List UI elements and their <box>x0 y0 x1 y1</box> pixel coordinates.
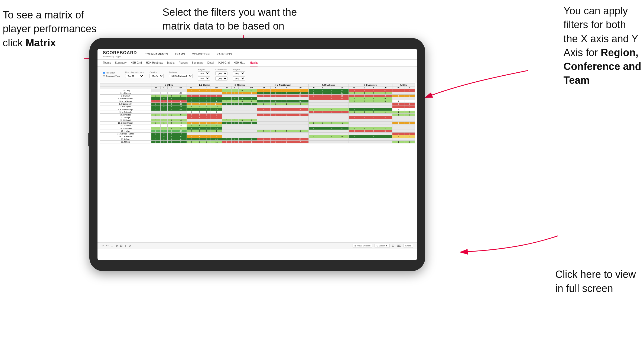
data-cell: 1 <box>239 92 246 95</box>
data-cell: 0 <box>369 111 378 114</box>
data-cell: 1 <box>319 111 327 114</box>
region-x-select[interactable]: N/A <box>198 71 210 75</box>
data-cell: 3 <box>196 141 203 143</box>
tab-detail[interactable]: Detail <box>207 60 214 66</box>
data-cell: 0 <box>360 108 369 111</box>
player-name-cell: 14. J Lundin <box>100 124 151 127</box>
watch-btn[interactable]: ⊙ Watch ▼ <box>375 244 390 248</box>
data-cell: 0 <box>327 89 335 92</box>
data-cell: 0 <box>327 95 335 97</box>
col-header-6: 6. C Lamprecht <box>349 84 392 86</box>
data-cell: 0 <box>175 114 187 116</box>
data-cell: 0 <box>327 92 335 95</box>
toolbar-left: ↩ ↪ ⌄ ⊗ ⊞ + ⊙ <box>102 244 131 248</box>
data-cell: 1 <box>369 135 378 138</box>
sh-dif2: Dif <box>210 86 222 89</box>
tab-h2h-heatmap[interactable]: H2H Heatmap <box>146 60 163 66</box>
data-cell: 0 <box>203 124 210 127</box>
sh-dif6: Dif <box>378 86 392 89</box>
data-cell: 3 <box>231 92 239 95</box>
empty-cell <box>257 135 308 138</box>
tab-matrix[interactable]: Matrix <box>167 60 174 66</box>
players-x-select[interactable]: (All) <box>233 71 245 75</box>
toolbar-right: ⊞ View: Original ⊙ Watch ▼ ⊡ ⊞⊡ Share <box>353 244 413 248</box>
empty-cell <box>392 138 415 141</box>
empty-cell <box>308 100 349 103</box>
data-cell: -11 <box>210 141 222 143</box>
logo-text: SCOREBOARD <box>103 50 137 55</box>
tab-h2h-grid2[interactable]: H2H Grid <box>218 60 230 66</box>
table-row: 13. J Skov Olesen110-3121-191001220-113 <box>100 122 415 124</box>
data-cell: 0 <box>175 141 187 143</box>
data-cell: 4 <box>210 130 222 133</box>
tab-h2h-he[interactable]: H2H He... <box>234 60 246 66</box>
data-cell: 0 <box>327 127 335 130</box>
data-cell: 0 <box>168 130 175 133</box>
data-cell: 1 <box>271 95 281 97</box>
tab-h2h-grid[interactable]: H2H Grid <box>131 60 142 66</box>
empty-cell <box>257 119 308 122</box>
view-original-btn[interactable]: ⊞ View: Original <box>353 244 372 248</box>
max-players-select[interactable]: Top 25 <box>125 74 144 78</box>
empty-cell <box>222 124 257 127</box>
data-cell: 3 <box>187 141 196 143</box>
empty-cell <box>222 108 257 111</box>
nav-rankings[interactable]: RANKINGS <box>216 52 232 56</box>
conference-x-select[interactable]: (All) <box>215 71 227 75</box>
data-cell: 1 <box>405 103 415 105</box>
tab-summary1[interactable]: Summary <box>115 60 126 66</box>
full-view-radio[interactable] <box>103 72 105 74</box>
nav-committee[interactable]: COMMITTEE <box>192 52 210 56</box>
fullscreen-icon[interactable]: ⊞⊡ <box>396 244 401 248</box>
data-cell: 0 <box>281 100 292 103</box>
tab-summary2[interactable]: Summary <box>192 60 203 66</box>
region-y-select[interactable]: N/A <box>198 76 210 81</box>
table-row: 10. B Valdes111001010101111 <box>100 114 415 116</box>
data-cell: 2 <box>405 89 415 92</box>
view-icon[interactable]: ⊡ <box>392 244 394 248</box>
table-row: 3. J Koivun110201020101304011010312 <box>100 95 415 97</box>
data-cell: 1 <box>271 103 281 105</box>
division-select[interactable]: NCAA Division I <box>169 74 193 78</box>
data-cell: 6 <box>292 103 308 105</box>
data-cell: 1 <box>246 122 257 124</box>
sh-l3: L <box>231 86 239 89</box>
data-cell: 4 <box>196 103 203 105</box>
players-y-select[interactable]: (All) <box>233 76 245 81</box>
grid-icon[interactable]: ⊞ <box>120 244 122 248</box>
player-name-cell: 8. P Summerhays <box>100 108 151 111</box>
data-cell: 1 <box>378 108 392 111</box>
table-row: 7. G Sargent200-16220-1503 <box>100 105 415 108</box>
share-btn[interactable]: Share <box>404 244 413 248</box>
player-name-cell: 3. J Koivun <box>100 95 151 97</box>
table-row: 8. P Summerhays512-48200-160100110110112 <box>100 108 415 111</box>
data-cell: 0 <box>160 133 168 135</box>
plus-icon[interactable]: + <box>125 244 126 248</box>
data-cell: 0 <box>196 97 203 100</box>
conference-y-select[interactable]: (All) <box>215 76 227 81</box>
empty-cell <box>257 124 308 127</box>
data-cell: 6 <box>175 100 187 103</box>
tab-teams[interactable]: Teams <box>103 60 111 66</box>
data-cell: 1 <box>392 100 405 103</box>
data-cell: 3 <box>405 105 415 108</box>
data-cell: -25 <box>175 130 187 133</box>
data-cell: 0 <box>160 138 168 141</box>
data-cell: 1 <box>360 89 369 92</box>
settings-icon[interactable]: ⊙ <box>128 244 131 248</box>
nav-teams[interactable]: TEAMS <box>175 52 185 56</box>
gender-select[interactable]: Men's <box>149 74 164 78</box>
tab-matrix-active[interactable]: Matrix <box>250 60 258 66</box>
undo-icon[interactable]: ↩ <box>102 244 104 248</box>
dropdown-icon[interactable]: ⌄ <box>111 244 113 248</box>
nav-tournaments[interactable]: TOURNAMENTS <box>145 52 168 56</box>
redo-icon[interactable]: ↪ <box>106 244 109 248</box>
compact-view-radio[interactable] <box>103 75 105 77</box>
data-cell: 0 <box>203 95 210 97</box>
tab-players[interactable]: Players <box>179 60 188 66</box>
refresh-icon[interactable]: ⊗ <box>115 244 118 248</box>
sh-dif5: Dif <box>335 86 349 89</box>
matrix-table: 1. W Ding 2. L Clanton 3. J Koivun 4. M … <box>100 83 415 143</box>
data-cell: 2 <box>308 122 319 124</box>
player-name-cell: 6. C Lamprecht <box>100 103 151 105</box>
